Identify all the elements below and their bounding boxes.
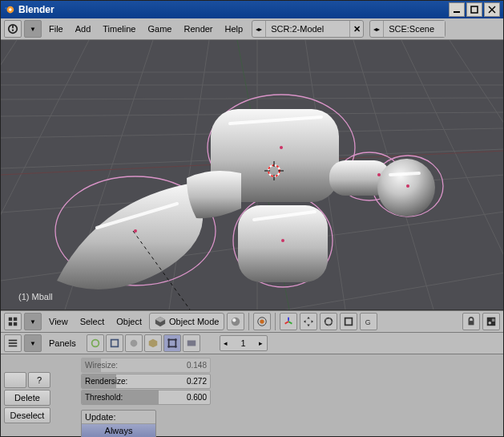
orientation-button[interactable]: G <box>360 313 377 330</box>
collapse-view-menus-button[interactable]: ▼ <box>24 313 42 330</box>
context-script[interactable] <box>106 334 123 352</box>
svg-rect-58 <box>14 322 17 326</box>
menu-help[interactable]: Help <box>220 21 248 37</box>
buttons-header: ▼ Panels ◂ 1 ▸ <box>1 333 503 354</box>
update-option-always[interactable]: Always <box>82 423 155 437</box>
mode-label: Object Mode <box>169 317 219 326</box>
minimize-button[interactable] <box>449 2 465 17</box>
context-scene[interactable] <box>183 334 200 352</box>
svg-rect-70 <box>492 319 495 322</box>
transform-translate[interactable] <box>300 313 317 330</box>
collapse-panel-menus[interactable]: ▼ <box>24 334 42 352</box>
svg-rect-71 <box>9 340 18 342</box>
scene-selector[interactable]: ◂▸ SCE:Scene <box>369 20 446 38</box>
svg-point-60 <box>232 318 236 322</box>
svg-rect-8 <box>12 26 14 29</box>
shading-mode-button[interactable] <box>227 313 244 330</box>
svg-line-27 <box>450 40 503 310</box>
layer-lock-icon[interactable] <box>462 313 480 330</box>
svg-line-26 <box>401 40 503 310</box>
svg-point-80 <box>167 346 170 348</box>
window-type-button[interactable] <box>4 20 22 38</box>
svg-text:G: G <box>365 318 371 326</box>
menu-game[interactable]: Game <box>143 21 176 37</box>
svg-rect-4 <box>471 6 478 13</box>
context-shading[interactable] <box>125 334 143 352</box>
svg-point-79 <box>175 338 177 341</box>
panel-page-spinner[interactable]: ◂ 1 ▸ <box>220 335 268 351</box>
object-menu[interactable]: Object <box>111 314 147 330</box>
svg-line-15 <box>1 149 503 168</box>
screen-browse-icon[interactable]: ◂▸ <box>252 21 266 37</box>
close-button[interactable] <box>484 2 500 17</box>
transform-rotate[interactable] <box>320 313 337 330</box>
context-editing[interactable] <box>163 334 181 352</box>
screen-clear-button[interactable]: ✕ <box>349 21 363 37</box>
object-mode-icon <box>155 316 166 327</box>
window-title: Blender <box>18 4 449 15</box>
viewport-grid <box>1 40 503 310</box>
scene-value[interactable]: Scene <box>409 24 434 34</box>
page-number[interactable]: 1 <box>232 338 256 348</box>
context-object[interactable] <box>144 334 162 352</box>
menu-render[interactable]: Render <box>179 21 217 37</box>
svg-point-69 <box>489 322 492 325</box>
svg-point-59 <box>232 318 240 326</box>
help-button[interactable]: ? <box>28 372 50 388</box>
wiresize-slider[interactable]: Wiresize: 0.148 <box>81 358 211 373</box>
select-menu[interactable]: Select <box>75 314 110 330</box>
menu-timeline[interactable]: Timeline <box>98 21 140 37</box>
context-logic[interactable] <box>87 334 104 352</box>
buttons-window-type[interactable] <box>4 334 22 352</box>
svg-point-76 <box>130 340 137 347</box>
view-menu[interactable]: View <box>44 314 73 330</box>
3d-viewport[interactable]: (1) Mball <box>1 40 503 310</box>
update-title: Update: <box>82 411 155 423</box>
window-titlebar: Blender <box>1 1 503 18</box>
manipulator-toggle[interactable] <box>280 313 297 330</box>
screen-value[interactable]: 2-Model <box>292 24 324 34</box>
svg-point-81 <box>175 346 177 348</box>
menu-file[interactable]: File <box>44 21 68 37</box>
rendersize-slider[interactable]: Rendersize: 0.272 <box>81 374 211 389</box>
unknown-small-button[interactable] <box>4 372 26 388</box>
svg-line-24 <box>305 40 345 310</box>
svg-rect-77 <box>168 340 175 347</box>
menu-add[interactable]: Add <box>71 21 96 37</box>
scene-browse-icon[interactable]: ◂▸ <box>370 21 384 37</box>
svg-rect-72 <box>9 342 18 344</box>
panels-label: Panels <box>44 335 81 351</box>
page-prev[interactable]: ◂ <box>220 339 232 347</box>
svg-line-28 <box>1 151 503 175</box>
svg-rect-73 <box>9 346 18 347</box>
svg-rect-65 <box>345 318 353 326</box>
svg-line-14 <box>1 128 503 138</box>
render-preview-button[interactable] <box>482 313 500 330</box>
collapse-menus-button[interactable]: ▼ <box>24 20 42 38</box>
svg-line-21 <box>65 40 153 310</box>
svg-rect-82 <box>187 341 196 346</box>
context-buttons <box>87 334 200 352</box>
screen-selector[interactable]: ◂▸ SCR:2-Model ✕ <box>252 20 364 38</box>
maximize-button[interactable] <box>466 2 482 17</box>
svg-line-22 <box>169 40 209 310</box>
page-next[interactable]: ▸ <box>256 339 267 347</box>
mode-selector[interactable]: Object Mode <box>149 313 224 330</box>
svg-point-74 <box>91 340 99 347</box>
svg-point-1 <box>9 8 12 11</box>
buttons-panel-area: ? Delete Deselect Wiresize: 0.148 Render… <box>1 354 503 437</box>
threshold-slider[interactable]: Threshold: 0.600 <box>81 390 211 405</box>
pivot-button[interactable] <box>253 313 271 330</box>
svg-point-9 <box>12 30 14 31</box>
svg-rect-56 <box>14 318 17 321</box>
transform-scale[interactable] <box>340 313 357 330</box>
svg-rect-55 <box>9 318 12 321</box>
delete-button[interactable]: Delete <box>4 390 50 406</box>
svg-rect-67 <box>469 321 474 325</box>
svg-line-20 <box>1 40 89 310</box>
deselect-button[interactable]: Deselect <box>4 407 50 423</box>
svg-line-16 <box>1 175 503 212</box>
svg-line-17 <box>1 212 503 281</box>
view-type-button[interactable] <box>4 313 22 330</box>
svg-rect-57 <box>9 322 12 326</box>
